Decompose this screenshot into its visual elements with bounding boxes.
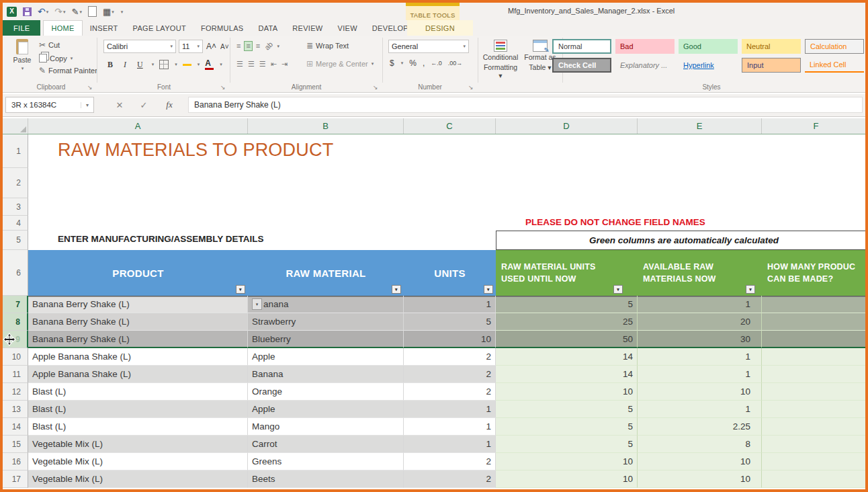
cell-units[interactable]: 2 [404, 470, 496, 488]
excel-logo-icon[interactable]: X [7, 7, 17, 17]
row-header[interactable]: 1 [3, 134, 28, 168]
header-units[interactable]: UNITS ▾ [404, 250, 496, 296]
filter-icon[interactable]: ▾ [484, 285, 493, 294]
cell-style-linked-cell[interactable]: Linked Cell [805, 58, 864, 73]
cell-available[interactable]: 10 [638, 453, 762, 470]
tab-file[interactable]: FILE [3, 20, 40, 36]
cell-style-bad[interactable]: Bad [615, 39, 675, 54]
paste-button[interactable]: Paste▾ [8, 39, 36, 71]
cell-can-make[interactable] [762, 331, 868, 348]
number-dialog-launcher-icon[interactable]: ↘ [468, 84, 474, 91]
underline-button[interactable]: U [134, 58, 146, 71]
title-cell[interactable]: RAW MATERIALS TO PRODUCT [28, 134, 868, 168]
fill-color-icon[interactable] [183, 63, 191, 66]
cell-units[interactable]: 1 [404, 436, 496, 453]
row-header[interactable]: 3 [3, 198, 28, 216]
percent-format-icon[interactable]: % [409, 58, 417, 68]
header-raw-material[interactable]: RAW MATERIAL ▾ [248, 250, 404, 296]
column-header-f[interactable]: F [762, 118, 868, 134]
merge-center-button[interactable]: ⊞ Merge & Center▾ [306, 60, 374, 68]
header-can-be-made[interactable]: HOW MANY PRODUC CAN BE MADE? [762, 250, 868, 296]
cell-raw-material[interactable]: Apple [248, 401, 404, 418]
cell-raw-material[interactable]: Strawberry [248, 313, 404, 331]
row-header[interactable]: 12 [3, 383, 28, 401]
cell-style-normal[interactable]: Normal [552, 39, 611, 54]
cell-can-make[interactable] [762, 296, 868, 313]
qat-more-icon[interactable]: ▾ [120, 9, 124, 14]
cell-style-neutral[interactable]: Neutral [742, 39, 801, 54]
increase-indent-icon[interactable]: ⇥ [280, 60, 289, 69]
filter-icon[interactable]: ▾ [392, 285, 401, 294]
row-header[interactable]: 10 [3, 348, 28, 366]
cell-units-used[interactable]: 10 [496, 453, 638, 470]
font-size-combo[interactable]: 11▾ [179, 40, 203, 53]
cell-raw-material[interactable]: Banana [248, 366, 404, 383]
decrease-indent-icon[interactable]: ⇤ [269, 60, 278, 69]
cell-product[interactable]: Banana Berry Shake (L) [28, 313, 248, 331]
row-header[interactable]: 6 [3, 250, 28, 296]
font-color-icon[interactable]: A [205, 59, 214, 70]
save-icon[interactable] [23, 7, 32, 16]
cell-product[interactable]: Banana Berry Shake (L) [28, 331, 248, 348]
cell-units[interactable]: 10 [404, 331, 496, 348]
cell-product[interactable]: Blast (L) [28, 383, 248, 401]
cut-button[interactable]: ✂Cut [39, 41, 60, 49]
select-all-corner[interactable] [3, 118, 28, 134]
align-left-icon[interactable]: ☰ [235, 60, 245, 69]
italic-button[interactable]: I [121, 58, 129, 71]
header-available[interactable]: AVAILABLE RAW MATERIALS NOW ▾ [638, 250, 762, 296]
cell-units[interactable]: 2 [404, 348, 496, 366]
cell-raw-material[interactable]: Beets [248, 470, 404, 488]
column-header-a[interactable]: A [28, 118, 248, 134]
cell-available[interactable]: 1 [638, 366, 762, 383]
cell-available[interactable]: 1 [638, 296, 762, 313]
cell-units[interactable]: 1 [404, 401, 496, 418]
row-header[interactable]: 16 [3, 453, 28, 470]
font-dialog-launcher-icon[interactable]: ↘ [220, 84, 226, 91]
cell-product[interactable]: Banana Berry Shake (L) [28, 296, 248, 313]
tab-formulas[interactable]: FORMULAS [193, 20, 251, 36]
row-header[interactable]: 15 [3, 436, 28, 453]
customize-icon[interactable]: ▦▾ [103, 7, 114, 16]
column-header-c[interactable]: C [404, 118, 496, 134]
formula-input[interactable]: Banana Berry Shake (L) [188, 97, 863, 113]
cell-units-used[interactable]: 10 [496, 470, 638, 488]
tab-data[interactable]: DATA [251, 20, 285, 36]
cell-units-used[interactable]: 50 [496, 331, 638, 348]
cell-units-used[interactable]: 14 [496, 366, 638, 383]
cell-available[interactable]: 1 [638, 401, 762, 418]
decrease-decimal-icon[interactable]: .00→ [448, 60, 463, 67]
bottom-align-icon[interactable]: ≡ [255, 42, 261, 50]
row-header[interactable]: 5 [3, 231, 28, 250]
borders-icon[interactable] [159, 60, 169, 69]
cell-units[interactable]: 2 [404, 453, 496, 470]
enter-icon[interactable]: ✓ [134, 97, 153, 113]
grow-font-icon[interactable]: A˄ [206, 42, 216, 51]
cell-can-make[interactable] [762, 348, 868, 366]
tab-insert[interactable]: INSERT [83, 20, 126, 36]
filter-icon[interactable]: ▾ [613, 285, 623, 294]
cell-product[interactable]: Vegetable Mix (L) [28, 470, 248, 488]
cell-available[interactable]: 30 [638, 331, 762, 348]
tab-design[interactable]: DESIGN [407, 20, 473, 36]
cell-style-calculation[interactable]: Calculation [805, 39, 864, 54]
clipboard-dialog-launcher-icon[interactable]: ↘ [87, 84, 93, 91]
row-header[interactable]: 14 [3, 418, 28, 436]
cell-units-used[interactable]: 14 [496, 348, 638, 366]
cell-raw-material[interactable]: ▾anana [248, 296, 404, 313]
accounting-format-icon[interactable]: $ [390, 58, 394, 68]
conditional-formatting-button[interactable]: Conditional Formatting ▾ [481, 40, 520, 80]
filter-icon[interactable]: ▾ [746, 285, 755, 294]
cell-units-used[interactable]: 5 [496, 296, 638, 313]
shrink-font-icon[interactable]: A˅ [220, 43, 229, 50]
increase-decimal-icon[interactable]: ←.0 [431, 60, 442, 67]
font-name-combo[interactable]: Calibri▾ [103, 40, 176, 53]
align-right-icon[interactable]: ☰ [258, 60, 267, 69]
bold-button[interactable]: B [105, 58, 116, 71]
cell-can-make[interactable] [762, 313, 868, 331]
warning-cell[interactable]: PLEASE DO NOT CHANGE FIELD NAMES [28, 216, 868, 231]
new-file-icon[interactable] [88, 6, 97, 17]
cell-available[interactable]: 1 [638, 348, 762, 366]
in-cell-dropdown-icon[interactable]: ▾ [252, 298, 262, 310]
orientation-icon[interactable]: ab [262, 39, 276, 53]
